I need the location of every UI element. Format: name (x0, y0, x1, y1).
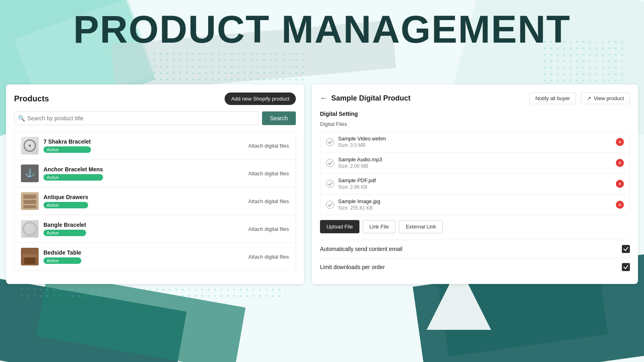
product-left: ⚓ Anchor Bracelet Mens Active (21, 165, 103, 182)
digital-header-right: Notify all buyer ↗ View product (529, 93, 630, 104)
setting-label: Automatically send content email (320, 246, 402, 252)
delete-file-button[interactable]: × (616, 201, 624, 209)
product-item: Antique Drawers Active Attach digital fi… (14, 187, 295, 215)
external-button[interactable]: External Link (399, 220, 443, 233)
content-area: Products Add new Shopify product 🔍 Searc… (6, 84, 638, 284)
notify-all-buyer-button[interactable]: Notify all buyer (529, 93, 576, 104)
setting-checkbox-limit_downloads[interactable] (622, 263, 630, 271)
attach-digital-files-link[interactable]: Attach digital files (248, 254, 289, 260)
product-name: Antique Drawers (43, 194, 88, 200)
digital-setting-label: Digital Setting (320, 111, 630, 117)
product-item: ⚓ Anchor Bracelet Mens Active Attach dig… (14, 160, 295, 187)
back-arrow-button[interactable]: ← (320, 94, 327, 103)
file-item: Sample Image.jpg Size: 255.81 KB × (320, 194, 630, 215)
product-item: 7 Shakra Bracelet Active Attach digital … (14, 132, 295, 160)
page-title: PRODUCT MANAGEMENT (0, 7, 644, 51)
delete-file-button[interactable]: × (616, 180, 624, 188)
add-product-button[interactable]: Add new Shopify product (225, 93, 296, 105)
svg-rect-13 (23, 205, 36, 208)
file-item: Sample Audio.mp3 Size: 2.06 MB × (320, 152, 630, 173)
attach-digital-files-link[interactable]: Attach digital files (248, 171, 289, 177)
digital-header-left: ← Sample Digital Product (320, 94, 411, 103)
file-name: Sample Audio.mp3 (338, 156, 382, 162)
product-thumbnail (21, 248, 39, 265)
delete-file-button[interactable]: × (616, 159, 624, 167)
external-link-icon: ↗ (587, 95, 591, 101)
file-item: Sample Video.webm Size: 3.5 MB × (320, 132, 630, 152)
product-status-badge: Active (43, 257, 81, 264)
search-icon: 🔍 (18, 115, 25, 121)
digital-files-label: Digital Files (320, 121, 630, 127)
product-item: Bedside Table Active Attach digital file… (14, 243, 295, 270)
product-left: Bangle Bracelet Active (21, 220, 86, 238)
search-button[interactable]: Search (262, 111, 296, 125)
product-thumbnail: ⚓ (21, 165, 39, 182)
file-name: Sample PDF.pdf (338, 177, 376, 183)
product-status-badge: Active (43, 230, 86, 236)
product-left: Bedside Table Active (21, 248, 81, 265)
attach-digital-files-link[interactable]: Attach digital files (248, 198, 289, 204)
file-size: Size: 255.81 KB (338, 205, 380, 211)
link-button[interactable]: Link File (363, 220, 396, 233)
file-size: Size: 2.96 KB (338, 184, 376, 190)
digital-panel: ← Sample Digital Product Notify all buye… (312, 84, 638, 284)
attach-digital-files-link[interactable]: Attach digital files (248, 143, 289, 149)
product-info: Bangle Bracelet Active (43, 222, 86, 236)
product-item: Bangle Bracelet Active Attach digital fi… (14, 215, 295, 243)
svg-point-7 (29, 144, 31, 147)
file-left: Sample PDF.pdf Size: 2.96 KB (326, 177, 376, 190)
product-name: Anchor Bracelet Mens (43, 166, 103, 173)
setting-row-limit_downloads: Limit downloads per order (320, 258, 630, 276)
file-left: Sample Image.jpg Size: 255.81 KB (326, 198, 380, 211)
product-name: Bedside Table (43, 249, 81, 256)
svg-rect-1 (153, 52, 306, 84)
product-info: Anchor Bracelet Mens Active (43, 166, 103, 181)
settings-area: Automatically send content email Limit d… (320, 240, 630, 276)
setting-checkbox-auto_email[interactable] (622, 245, 630, 253)
attach-digital-files-link[interactable]: Attach digital files (248, 226, 289, 232)
product-info: Antique Drawers Active (43, 194, 88, 208)
product-thumbnail (21, 220, 39, 238)
product-status-badge: Active (43, 174, 103, 181)
products-panel: Products Add new Shopify product 🔍 Searc… (6, 84, 304, 284)
file-name: Sample Video.webm (338, 136, 386, 142)
file-size: Size: 2.06 MB (338, 163, 382, 169)
delete-file-button[interactable]: × (616, 138, 624, 146)
search-input-wrapper: 🔍 (14, 111, 259, 125)
file-check-icon (326, 201, 334, 209)
view-product-button[interactable]: ↗ View product (581, 93, 630, 104)
product-info: 7 Shakra Bracelet Active (43, 138, 91, 153)
product-name: Bangle Bracelet (43, 222, 86, 228)
digital-header: ← Sample Digital Product Notify all buye… (320, 93, 630, 104)
svg-rect-11 (23, 195, 36, 199)
file-info: Sample PDF.pdf Size: 2.96 KB (338, 177, 376, 190)
file-check-icon (326, 138, 334, 146)
file-info: Sample Video.webm Size: 3.5 MB (338, 136, 386, 148)
product-status-badge: Active (43, 146, 91, 153)
dot-pattern-top (153, 52, 306, 84)
product-status-badge: Active (43, 202, 88, 208)
product-left: 7 Shakra Bracelet Active (21, 137, 91, 154)
product-thumbnail (21, 137, 39, 154)
svg-rect-12 (23, 200, 36, 204)
svg-rect-17 (23, 254, 37, 257)
file-left: Sample Audio.mp3 Size: 2.06 MB (326, 156, 382, 169)
file-left: Sample Video.webm Size: 3.5 MB (326, 136, 386, 148)
svg-point-14 (23, 222, 36, 235)
search-row: 🔍 Search (14, 111, 296, 125)
setting-label: Limit downloads per order (320, 264, 385, 270)
file-action-buttons: Upload FileLink FileExternal Link (320, 220, 630, 233)
file-info: Sample Audio.mp3 Size: 2.06 MB (338, 156, 382, 169)
file-item: Sample PDF.pdf Size: 2.96 KB × (320, 173, 630, 194)
product-thumbnail (21, 192, 39, 210)
file-info: Sample Image.jpg Size: 255.81 KB (338, 198, 380, 211)
file-check-icon (326, 159, 334, 167)
product-info: Bedside Table Active (43, 249, 81, 264)
digital-panel-title: Sample Digital Product (331, 94, 411, 103)
product-left: Antique Drawers Active (21, 192, 88, 210)
file-check-icon (326, 180, 334, 188)
upload-button[interactable]: Upload File (320, 220, 359, 233)
setting-row-auto_email: Automatically send content email (320, 240, 630, 258)
search-input[interactable] (14, 111, 259, 125)
products-panel-title: Products (14, 94, 49, 103)
